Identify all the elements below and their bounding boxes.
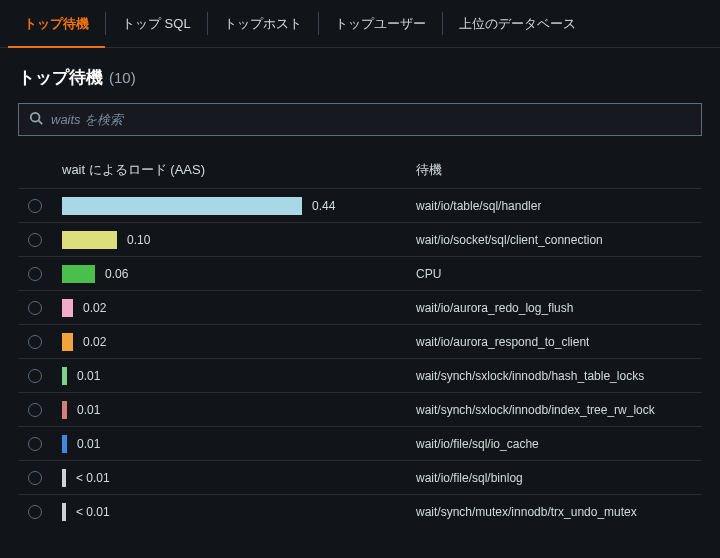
load-bar xyxy=(62,435,67,453)
row-load-cell: 0.10 xyxy=(62,231,416,249)
load-bar xyxy=(62,197,302,215)
load-value: < 0.01 xyxy=(76,505,110,519)
tab-4[interactable]: 上位のデータベース xyxy=(443,0,592,47)
panel-title-text: トップ待機 xyxy=(18,66,103,89)
table-row[interactable]: 0.10wait/io/socket/sql/client_connection xyxy=(18,222,702,256)
row-wait-cell: wait/io/file/sql/binlog xyxy=(416,471,692,485)
load-value: 0.01 xyxy=(77,403,100,417)
bar-wrap: 0.02 xyxy=(62,299,416,317)
col-load-header[interactable]: wait によるロード (AAS) xyxy=(62,161,416,179)
row-wait-cell: CPU xyxy=(416,267,692,281)
row-radio[interactable] xyxy=(28,505,42,519)
load-value: 0.01 xyxy=(77,369,100,383)
tab-label: トップホスト xyxy=(224,15,302,33)
row-wait-cell: wait/synch/mutex/innodb/trx_undo_mutex xyxy=(416,505,692,519)
table-row[interactable]: 0.01wait/io/file/sql/io_cache xyxy=(18,426,702,460)
bar-wrap: < 0.01 xyxy=(62,503,416,521)
row-radio[interactable] xyxy=(28,437,42,451)
load-value: < 0.01 xyxy=(76,471,110,485)
table-row[interactable]: 0.44wait/io/table/sql/handler xyxy=(18,188,702,222)
row-wait-cell: wait/synch/sxlock/innodb/hash_table_lock… xyxy=(416,369,692,383)
row-select-cell xyxy=(28,301,62,315)
row-wait-cell: wait/synch/sxlock/innodb/index_tree_rw_l… xyxy=(416,403,692,417)
svg-line-1 xyxy=(39,121,43,125)
row-load-cell: 0.01 xyxy=(62,367,416,385)
load-bar xyxy=(62,333,73,351)
tab-1[interactable]: トップ SQL xyxy=(106,0,207,47)
bar-wrap: 0.44 xyxy=(62,197,416,215)
wait-name: wait/io/aurora_respond_to_client xyxy=(416,335,589,349)
row-wait-cell: wait/io/table/sql/handler xyxy=(416,199,692,213)
wait-name: wait/io/table/sql/handler xyxy=(416,199,541,213)
load-value: 0.44 xyxy=(312,199,335,213)
tab-label: 上位のデータベース xyxy=(459,15,576,33)
wait-name: CPU xyxy=(416,267,441,281)
load-bar xyxy=(62,503,66,521)
row-load-cell: 0.02 xyxy=(62,299,416,317)
row-radio[interactable] xyxy=(28,403,42,417)
load-bar xyxy=(62,401,67,419)
tab-0[interactable]: トップ待機 xyxy=(8,0,105,47)
load-value: 0.01 xyxy=(77,437,100,451)
row-radio[interactable] xyxy=(28,301,42,315)
bar-wrap: 0.01 xyxy=(62,367,416,385)
panel-count: (10) xyxy=(109,69,136,86)
svg-point-0 xyxy=(31,113,40,122)
table-row[interactable]: 0.02wait/io/aurora_respond_to_client xyxy=(18,324,702,358)
wait-table: wait によるロード (AAS) 待機 0.44wait/io/table/s… xyxy=(18,152,702,528)
table-header: wait によるロード (AAS) 待機 xyxy=(18,152,702,188)
load-bar xyxy=(62,299,73,317)
tab-3[interactable]: トップユーザー xyxy=(319,0,442,47)
wait-name: wait/io/socket/sql/client_connection xyxy=(416,233,603,247)
row-radio[interactable] xyxy=(28,233,42,247)
wait-name: wait/io/aurora_redo_log_flush xyxy=(416,301,573,315)
table-row[interactable]: 0.01wait/synch/sxlock/innodb/hash_table_… xyxy=(18,358,702,392)
col-wait-header[interactable]: 待機 xyxy=(416,161,692,179)
wait-name: wait/synch/sxlock/innodb/hash_table_lock… xyxy=(416,369,644,383)
table-row[interactable]: < 0.01wait/io/file/sql/binlog xyxy=(18,460,702,494)
wait-name: wait/synch/sxlock/innodb/index_tree_rw_l… xyxy=(416,403,655,417)
row-wait-cell: wait/io/aurora_redo_log_flush xyxy=(416,301,692,315)
wait-name: wait/synch/mutex/innodb/trx_undo_mutex xyxy=(416,505,637,519)
search-wrap xyxy=(18,103,702,136)
row-load-cell: 0.01 xyxy=(62,401,416,419)
table-body: 0.44wait/io/table/sql/handler0.10wait/io… xyxy=(18,188,702,528)
row-wait-cell: wait/io/file/sql/io_cache xyxy=(416,437,692,451)
tab-2[interactable]: トップホスト xyxy=(208,0,318,47)
row-load-cell: 0.44 xyxy=(62,197,416,215)
table-row[interactable]: 0.02wait/io/aurora_redo_log_flush xyxy=(18,290,702,324)
load-bar xyxy=(62,231,117,249)
row-select-cell xyxy=(28,199,62,213)
table-row[interactable]: 0.06CPU xyxy=(18,256,702,290)
table-row[interactable]: < 0.01wait/synch/mutex/innodb/trx_undo_m… xyxy=(18,494,702,528)
bar-wrap: 0.10 xyxy=(62,231,416,249)
load-value: 0.02 xyxy=(83,335,106,349)
row-radio[interactable] xyxy=(28,471,42,485)
load-value: 0.02 xyxy=(83,301,106,315)
col-wait-label: 待機 xyxy=(416,161,442,179)
bar-wrap: < 0.01 xyxy=(62,469,416,487)
bar-wrap: 0.02 xyxy=(62,333,416,351)
load-bar xyxy=(62,469,66,487)
row-wait-cell: wait/io/aurora_respond_to_client xyxy=(416,335,692,349)
row-radio[interactable] xyxy=(28,369,42,383)
panel-title: トップ待機 (10) xyxy=(18,66,702,89)
row-select-cell xyxy=(28,505,62,519)
search-icon xyxy=(29,111,43,128)
load-bar xyxy=(62,265,95,283)
row-radio[interactable] xyxy=(28,267,42,281)
search-box[interactable] xyxy=(18,103,702,136)
row-radio[interactable] xyxy=(28,199,42,213)
tab-label: トップ待機 xyxy=(24,15,89,33)
row-select-cell xyxy=(28,403,62,417)
row-radio[interactable] xyxy=(28,335,42,349)
col-load-label: wait によるロード (AAS) xyxy=(62,161,205,179)
wait-name: wait/io/file/sql/io_cache xyxy=(416,437,539,451)
search-input[interactable] xyxy=(51,112,691,127)
table-row[interactable]: 0.01wait/synch/sxlock/innodb/index_tree_… xyxy=(18,392,702,426)
tab-label: トップユーザー xyxy=(335,15,426,33)
load-bar xyxy=(62,367,67,385)
bar-wrap: 0.01 xyxy=(62,435,416,453)
top-waits-panel: { "tabs": [ { "label": "トップ待機", "active"… xyxy=(0,0,720,558)
row-select-cell xyxy=(28,233,62,247)
